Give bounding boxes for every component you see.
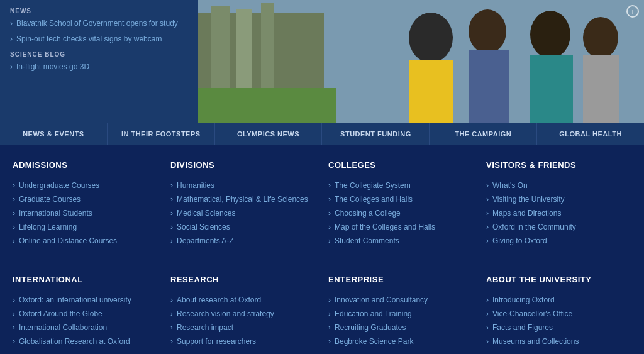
link-mathematical[interactable]: Mathematical, Physical & Life Sciences <box>170 194 316 205</box>
science-item-1[interactable]: In-flight movies go 3D <box>10 62 188 72</box>
link-visiting-university[interactable]: Visiting the University <box>486 194 631 205</box>
enterprise-title: ENTERPRISE <box>328 275 474 287</box>
tab-olympics-news[interactable]: OLYMPICS NEWS <box>215 123 323 145</box>
section-research: RESEARCH About research at Oxford Resear… <box>170 275 316 354</box>
link-introducing-oxford[interactable]: Introducing Oxford <box>486 294 631 306</box>
link-departments-az[interactable]: Departments A-Z <box>170 235 316 246</box>
science-label: SCIENCE BLOG <box>10 51 188 58</box>
svg-rect-14 <box>583 55 619 123</box>
section-enterprise: ENTERPRISE Innovation and Consultancy Ed… <box>328 275 474 354</box>
section-admissions: ADMISSIONS Undergraduate Courses Graduat… <box>13 160 158 259</box>
link-collegiate-system[interactable]: The Collegiate System <box>328 180 474 191</box>
link-intl-university[interactable]: Oxford: an international university <box>13 294 158 306</box>
link-undergraduate[interactable]: Undergraduate Courses <box>13 180 158 191</box>
link-lifelong-learning[interactable]: Lifelong Learning <box>13 221 158 233</box>
link-globalisation[interactable]: Globalisation Research at Oxford <box>13 336 158 347</box>
link-graduate[interactable]: Graduate Courses <box>13 194 158 205</box>
info-icon[interactable]: i <box>626 5 639 18</box>
link-begbroke[interactable]: Begbroke Science Park <box>328 336 474 347</box>
nav-tabs: NEWS & EVENTS IN THEIR FOOTSTEPS OLYMPIC… <box>0 123 644 145</box>
admissions-title: ADMISSIONS <box>13 160 158 172</box>
link-map-colleges[interactable]: Map of the Colleges and Halls <box>328 221 474 233</box>
section-international: INTERNATIONAL Oxford: an international u… <box>13 275 158 354</box>
link-social-sciences[interactable]: Social Sciences <box>170 221 316 233</box>
link-maps-directions[interactable]: Maps and Directions <box>486 207 631 219</box>
link-oxford-community[interactable]: Oxford in the Community <box>486 221 631 233</box>
svg-point-9 <box>469 9 506 53</box>
link-research-impact[interactable]: Research impact <box>170 322 316 333</box>
tab-news-events[interactable]: NEWS & EVENTS <box>0 123 108 145</box>
hero-image: i <box>198 0 644 123</box>
tab-student-funding[interactable]: STUDENT FUNDING <box>322 123 430 145</box>
link-vice-chancellor[interactable]: Vice-Chancellor's Office <box>486 308 631 319</box>
svg-point-13 <box>583 17 618 58</box>
international-title: INTERNATIONAL <box>13 275 158 287</box>
divisions-title: DIVISIONS <box>170 160 316 172</box>
link-education-training[interactable]: Education and Training <box>328 308 474 319</box>
link-about-research[interactable]: About research at Oxford <box>170 294 316 306</box>
link-choosing-college[interactable]: Choosing a College <box>328 207 474 219</box>
news-label: NEWS <box>10 8 188 14</box>
row-divider <box>13 262 631 262</box>
svg-rect-12 <box>530 55 573 123</box>
research-title: RESEARCH <box>170 275 316 287</box>
link-oxford-globe[interactable]: Oxford Around the Globe <box>13 308 158 319</box>
link-museums[interactable]: Museums and Collections <box>486 336 631 347</box>
news-item-2[interactable]: Spin-out tech checks vital signs by webc… <box>10 34 188 45</box>
link-online-distance[interactable]: Online and Distance Courses <box>13 235 158 246</box>
section-divisions: DIVISIONS Humanities Mathematical, Physi… <box>170 160 316 259</box>
tab-campaign[interactable]: THE CAMPAIGN <box>430 123 537 145</box>
link-student-comments[interactable]: Student Comments <box>328 235 474 246</box>
svg-point-11 <box>530 11 570 58</box>
link-innovation[interactable]: Innovation and Consultancy <box>328 294 474 306</box>
link-colleges-halls[interactable]: The Colleges and Halls <box>328 194 474 205</box>
tab-global-health[interactable]: GLOBAL HEALTH <box>537 123 644 145</box>
link-recruiting[interactable]: Recruiting Graduates <box>328 322 474 333</box>
news-item-1[interactable]: Blavatnik School of Government opens for… <box>10 18 188 29</box>
link-international-students[interactable]: International Students <box>13 207 158 219</box>
link-humanities[interactable]: Humanities <box>170 180 316 191</box>
svg-rect-10 <box>469 50 509 123</box>
visitors-title: VISITORS & FRIENDS <box>486 160 631 172</box>
link-medical[interactable]: Medical Sciences <box>170 207 316 219</box>
section-visitors: VISITORS & FRIENDS What's On Visiting th… <box>486 160 631 259</box>
svg-point-7 <box>409 13 453 63</box>
link-intl-collaboration[interactable]: International Collaboration <box>13 322 158 333</box>
tab-their-footsteps[interactable]: IN THEIR FOOTSTEPS <box>108 123 215 145</box>
svg-rect-6 <box>198 88 336 123</box>
news-panel: NEWS Blavatnik School of Government open… <box>0 0 198 123</box>
hero-section: NEWS Blavatnik School of Government open… <box>0 0 644 123</box>
link-giving-oxford[interactable]: Giving to Oxford <box>486 235 631 246</box>
section-about: ABOUT THE UNIVERSITY Introducing Oxford … <box>486 275 631 354</box>
main-content: ADMISSIONS Undergraduate Courses Graduat… <box>0 145 644 354</box>
link-whats-on[interactable]: What's On <box>486 180 631 191</box>
link-research-vision[interactable]: Research vision and strategy <box>170 308 316 319</box>
svg-rect-8 <box>409 60 453 123</box>
section-colleges: COLLEGES The Collegiate System The Colle… <box>328 160 474 259</box>
colleges-title: COLLEGES <box>328 160 474 172</box>
link-support-researchers[interactable]: Support for researchers <box>170 336 316 347</box>
link-facts-figures[interactable]: Facts and Figures <box>486 322 631 333</box>
about-title: ABOUT THE UNIVERSITY <box>486 275 631 287</box>
